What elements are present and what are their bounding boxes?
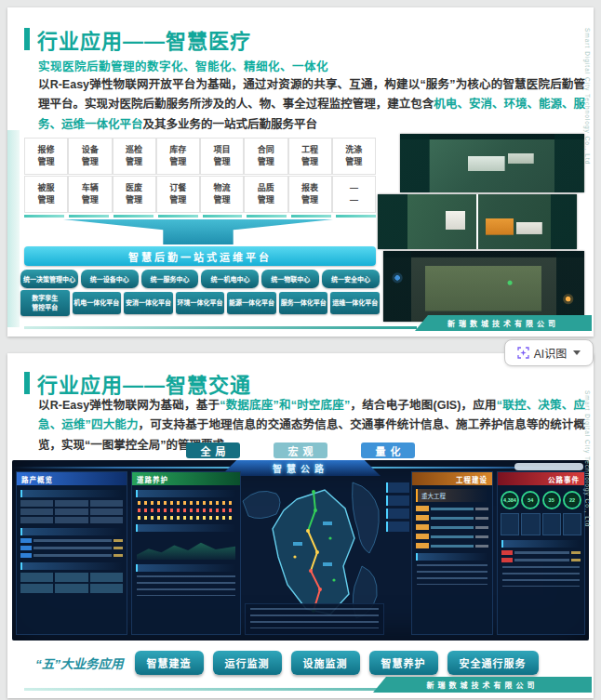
status-dot-strip — [138, 501, 234, 505]
grid-cell: 品质 管理 — [244, 176, 287, 213]
panel-construction: 工程建设 重大工程 — [411, 471, 493, 635]
grid-cell: 库存 管理 — [156, 138, 200, 175]
text-segment: 以R-Easy弹性物联网为基础，基于 — [38, 399, 220, 412]
platform-button: 运维一体化平台 — [330, 292, 380, 314]
text-segment: ，结合电子地图(GIS)，应用 — [350, 399, 496, 412]
list-row — [20, 546, 123, 550]
business-button: 设施监测 — [291, 651, 360, 675]
center-button: 统一决策管理中心 — [20, 270, 78, 288]
business-applications-row: “五”大业务应用 智慧建造运行监测设施监测智慧养护安全通行服务 — [35, 651, 539, 675]
hospital-dashboard-image-bottom — [383, 251, 584, 322]
platform-banner: 智慧后勤一站式运维平台 — [24, 246, 376, 266]
grid-cell: 报修 管理 — [24, 138, 68, 175]
slide1-subtitle: 实现医院后勤管理的数字化、智能化、精细化、一体化 — [38, 57, 328, 74]
slide1-body-paragraph: 以R-Easy弹性物联网开放平台为基础，通过对资源的共享、互通，构建以“服务”为… — [38, 75, 585, 135]
ring-gauge: 54 — [521, 491, 540, 509]
status-dot-strip — [138, 508, 234, 512]
grid-cell: 设备 管理 — [68, 138, 112, 175]
grid-cell: 巡检 管理 — [113, 138, 156, 175]
grid-cell: 订餐 管理 — [156, 176, 200, 213]
business-button: 智慧养护 — [369, 651, 438, 675]
center-button: 统一安全中心 — [322, 270, 380, 288]
business-button: 智慧建造 — [135, 651, 204, 675]
company-ribbon: 新瑞数城技术有限公司 — [373, 677, 592, 693]
stat-grid — [20, 500, 123, 523]
center-button: 统一机电中心 — [201, 270, 259, 288]
panel-section-bar — [20, 528, 123, 535]
mode-button: 量化 — [361, 442, 415, 458]
grid-cell: 车辆 管理 — [68, 176, 112, 213]
data-rows — [417, 564, 487, 585]
highway-dashboard-image: 智慧公路 路产概览 道路养护 — [12, 460, 589, 641]
grid-cell: 报表 管理 — [288, 176, 332, 213]
hospital-dashboard-image-top — [400, 134, 584, 192]
event-gauges: 4,384543522 — [501, 491, 581, 509]
business-applications-label: “五”大业务应用 — [35, 654, 124, 672]
grid-cell: 被服 管理 — [24, 176, 68, 213]
title-accent-bar — [24, 372, 30, 394]
text-segment: 及其多业务的一站式后勤服务平台 — [143, 118, 318, 131]
grid-cell: 合同 管理 — [244, 138, 287, 175]
platform-button: 服务一体化平台 — [279, 292, 328, 314]
left-decoration-strip — [7, 130, 20, 327]
ring-gauge: 4,384 — [501, 491, 519, 509]
panel-road-maintenance: 道路养护 — [131, 471, 241, 635]
platform-button: 数字孪生 管控平台 — [20, 290, 70, 316]
company-ribbon: 新瑞数城技术有限公司 — [415, 315, 592, 331]
panel-section-bar — [416, 553, 488, 561]
list-row — [501, 558, 581, 562]
project-row — [416, 524, 488, 530]
grid-cell: 医废 管理 — [113, 176, 156, 213]
management-grid-row1: 报修 管理设备 管理巡检 管理库存 管理项目 管理合同 管理工程 管理洗涤 管理 — [24, 138, 376, 175]
platform-button: 能源一体化平台 — [227, 292, 276, 314]
list-row — [20, 553, 123, 558]
area-chart — [137, 535, 235, 560]
list-row — [501, 550, 581, 555]
business-buttons: 智慧建造运行监测设施监测智慧养护安全通行服务 — [135, 651, 539, 675]
funnel-arrow-shape — [63, 219, 333, 244]
center-button: 统一服务中心 — [141, 270, 199, 288]
chevron-down-icon — [573, 350, 581, 355]
grid-cell: 洗涤 管理 — [332, 138, 376, 175]
ai-image-recognition-button[interactable]: AI识图 — [504, 339, 594, 366]
slide-smart-healthcare[interactable]: 行业应用——智慧医疗 实现医院后勤管理的数字化、智能化、精细化、一体化 以R-E… — [7, 7, 594, 337]
text-segment: “数据底座”和“时空底座” — [220, 399, 350, 412]
map-layer-menu — [386, 482, 409, 535]
panel-road-assets-header: 路产概览 — [17, 472, 127, 485]
panel-section-bar — [20, 562, 123, 570]
slide1-title: 行业应用——智慧医疗 — [37, 24, 251, 54]
bottom-center-panel — [245, 603, 384, 635]
panel-section-bar — [136, 490, 236, 497]
ring-gauge: 22 — [563, 491, 581, 509]
slide-smart-transportation[interactable]: 行业应用——智慧交通 以R-Easy弹性物联网为基础，基于“数据底座”和“时空底… — [7, 353, 594, 698]
management-grid-row2: 被服 管理车辆 管理医废 管理订餐 管理物流 管理品质 管理报表 管理— — — [24, 176, 376, 213]
business-button: 运行监测 — [213, 651, 282, 675]
list-row — [20, 538, 123, 543]
ring-gauge: 35 — [542, 491, 561, 509]
ai-button-label: AI识图 — [534, 345, 567, 361]
platforms-row: 数字孪生 管控平台机电一体化平台安消一体化平台环境一体化平台能源一体化平台服务一… — [20, 290, 380, 316]
center-button: 统一设备中心 — [81, 270, 139, 288]
data-rows — [250, 608, 379, 628]
grid-cell: 物流 管理 — [200, 176, 244, 213]
business-button: 安全通行服务 — [447, 651, 539, 675]
mode-button: 宏观 — [274, 442, 327, 458]
view-mode-buttons: 全局宏观量化 — [7, 442, 594, 458]
unified-centers-row: 统一决策管理中心统一设备中心统一服务中心统一机电中心统一物联中心统一安全中心 — [20, 270, 380, 288]
grid-cell: 项目 管理 — [200, 138, 244, 175]
grid-cell: — — — [332, 176, 376, 213]
dashboard-date-chip — [514, 463, 583, 470]
panel-section-bar — [136, 524, 236, 532]
panel-section-bar — [136, 564, 236, 572]
data-rows — [502, 566, 580, 587]
platform-button: 机电一体化平台 — [73, 292, 122, 314]
status-dot-strip — [138, 516, 234, 520]
data-rows — [137, 575, 235, 596]
side-company-text: Smart Digital City Technology Co., Ltd — [584, 390, 591, 527]
platform-button: 安消一体化平台 — [124, 292, 173, 314]
ai-scan-sparkle-icon — [517, 347, 529, 359]
footer-line — [24, 326, 417, 329]
camera-thumbnails — [20, 573, 123, 593]
side-company-text: Smart Digital City Technology Co., Ltd — [584, 28, 591, 165]
hospital-screenshots — [376, 134, 586, 325]
